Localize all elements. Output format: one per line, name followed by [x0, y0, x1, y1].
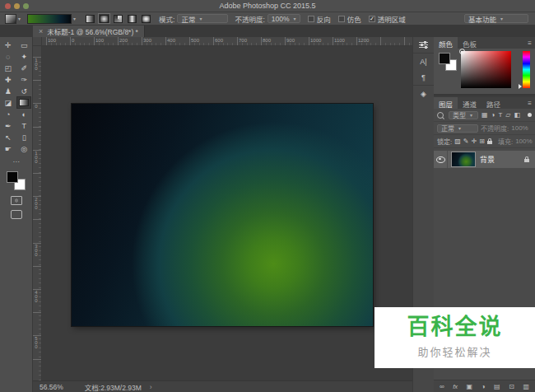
zoom-tool[interactable]: ◎ — [17, 143, 30, 154]
linear-gradient-button[interactable] — [84, 13, 96, 24]
lasso-tool[interactable]: ◌ — [2, 51, 15, 62]
opacity-label: 不透明度: — [235, 14, 264, 24]
marquee-tool[interactable]: ▭ — [17, 40, 30, 50]
history-brush-tool[interactable]: ↺ — [17, 86, 30, 96]
delete-layer-icon[interactable]: ▥ — [523, 383, 529, 390]
screen-mode-icon[interactable] — [11, 210, 22, 219]
canvas[interactable] — [72, 104, 373, 326]
diamond-gradient-icon — [142, 15, 151, 23]
horizontal-ruler[interactable]: 1000100200300400500600700800900100011001… — [42, 37, 412, 46]
shape-tool[interactable]: ▯ — [17, 132, 30, 142]
pen-tool[interactable]: ✒ — [2, 120, 15, 131]
3d-panel-icon[interactable]: ◈ — [413, 86, 434, 101]
new-layer-icon[interactable]: ⊡ — [509, 383, 514, 390]
layer-mask-icon[interactable]: ▣ — [467, 383, 473, 390]
hand-tool[interactable]: ☛ — [2, 143, 15, 154]
checkbox-icon[interactable]: ✓ — [369, 16, 375, 22]
panel-menu-icon[interactable]: ≡ — [528, 100, 532, 107]
minimize-window-button[interactable] — [14, 3, 20, 9]
diamond-gradient-button[interactable] — [140, 13, 152, 24]
layer-style-icon[interactable]: fx — [453, 383, 458, 390]
adjustment-layer-icon[interactable]: ◑ — [482, 383, 486, 390]
color-swatches-widget[interactable] — [439, 53, 457, 71]
quick-mask-icon[interactable] — [11, 196, 22, 205]
lock-position-icon[interactable]: ✛ — [472, 138, 477, 145]
type-tool[interactable]: T — [17, 120, 30, 131]
lock-pixels-icon[interactable]: ✎ — [463, 138, 469, 145]
paragraph-panel-icon[interactable]: ¶ — [413, 69, 434, 86]
layer-group-icon[interactable]: ▤ — [494, 383, 500, 390]
gradient-preview[interactable] — [27, 14, 72, 24]
workspace-select[interactable]: 基本功能 — [464, 14, 528, 23]
checkbox-icon[interactable] — [338, 16, 345, 22]
reflected-gradient-button[interactable] — [126, 13, 138, 24]
lock-all-icon[interactable] — [487, 141, 492, 144]
radial-gradient-button[interactable] — [98, 13, 110, 24]
move-tool[interactable]: ✛ — [2, 40, 15, 50]
zoom-level[interactable]: 56.56% — [40, 383, 63, 391]
foreground-color-swatch[interactable] — [439, 53, 450, 64]
filter-kind-select[interactable]: 类型 — [449, 111, 478, 119]
hue-marker-icon[interactable] — [519, 84, 522, 89]
ruler-label: 700 — [239, 38, 247, 43]
angle-gradient-button[interactable] — [112, 13, 124, 24]
blur-tool[interactable]: ◔ — [2, 109, 15, 119]
chevron-down-icon[interactable]: ▾ — [73, 16, 76, 21]
checkbox-透明区域[interactable]: ✓透明区域 — [369, 14, 406, 24]
visibility-cell[interactable] — [434, 151, 448, 168]
eyedropper-tool[interactable]: ✐ — [17, 63, 30, 73]
quick-selection-tool[interactable]: ✦ — [17, 51, 30, 62]
healing-brush-tool[interactable]: ✚ — [2, 74, 15, 85]
lock-artboard-icon[interactable]: ⊞ — [479, 138, 485, 145]
checkbox-反向[interactable]: 反向 — [308, 14, 331, 24]
eraser-tool[interactable]: ◪ — [2, 97, 15, 108]
tab-paths[interactable]: 路径 — [482, 97, 505, 109]
smart-object-filter-icon[interactable]: ◧ — [514, 111, 520, 119]
tab-swatches[interactable]: 色板 — [458, 37, 482, 49]
zoom-window-button[interactable] — [23, 3, 29, 9]
adjustments-panel-icon[interactable] — [413, 37, 434, 54]
tab-channels[interactable]: 通道 — [458, 97, 482, 109]
adjustment-layer-filter-icon[interactable]: ◑ — [491, 111, 495, 119]
type-layer-filter-icon[interactable]: T — [498, 111, 502, 119]
tool-preset-picker[interactable]: ▾ — [5, 14, 21, 24]
saturation-brightness-field[interactable] — [461, 51, 511, 88]
crop-tool[interactable]: ◰ — [2, 63, 15, 73]
edit-toolbar-icon[interactable]: ⋯ — [0, 158, 32, 166]
checkbox-icon[interactable] — [308, 16, 314, 22]
document-tab-bar: × 未标题-1 @ 56.6%(RGB/8*) * — [0, 26, 535, 37]
foreground-background-colors[interactable] — [7, 171, 26, 190]
path-selection-tool[interactable]: ↖ — [2, 132, 15, 142]
brush-tool[interactable]: ✑ — [17, 74, 30, 85]
eye-icon[interactable] — [436, 156, 445, 163]
clone-stamp-tool[interactable]: ♟ — [2, 86, 15, 96]
shape-layer-filter-icon[interactable]: ▱ — [505, 111, 510, 119]
hue-slider[interactable] — [523, 51, 530, 88]
opacity-select[interactable]: 100% — [268, 14, 300, 23]
layer-row[interactable]: 背景 — [434, 151, 535, 168]
pixel-layer-filter-icon[interactable]: ▦ — [482, 111, 488, 119]
dodge-tool[interactable]: ◐ — [17, 109, 30, 119]
layer-blend-mode-select[interactable]: 正常 — [437, 124, 478, 133]
checkbox-仿色[interactable]: 仿色 — [338, 14, 361, 24]
character-panel-icon[interactable]: A| — [413, 54, 434, 69]
layer-thumbnail[interactable] — [451, 152, 476, 167]
lock-transparency-icon[interactable]: ▨ — [454, 138, 461, 145]
blend-mode-select[interactable]: 正常 — [177, 14, 228, 23]
close-window-button[interactable] — [5, 3, 11, 9]
color-marker-icon[interactable] — [459, 49, 465, 54]
foreground-color-swatch[interactable] — [7, 171, 18, 183]
status-chevron-icon[interactable]: › — [150, 383, 152, 391]
tab-color[interactable]: 颜色 — [434, 37, 458, 49]
document-tab[interactable]: × 未标题-1 @ 56.6%(RGB/8*) * — [33, 26, 145, 37]
mode-label: 模式: — [159, 14, 174, 24]
fill-value[interactable]: 100% — [515, 138, 532, 145]
link-layers-icon[interactable]: ∞ — [440, 383, 444, 390]
layer-opacity-value[interactable]: 100% — [511, 124, 528, 132]
gradient-tool[interactable] — [17, 97, 30, 108]
tab-layers[interactable]: 图层 — [434, 97, 458, 109]
close-tab-icon[interactable]: × — [39, 27, 43, 35]
filter-toggle-icon[interactable] — [528, 113, 532, 117]
panel-menu-icon[interactable]: ≡ — [528, 40, 532, 47]
vertical-ruler[interactable]: 1000100200300400500 — [33, 46, 42, 380]
